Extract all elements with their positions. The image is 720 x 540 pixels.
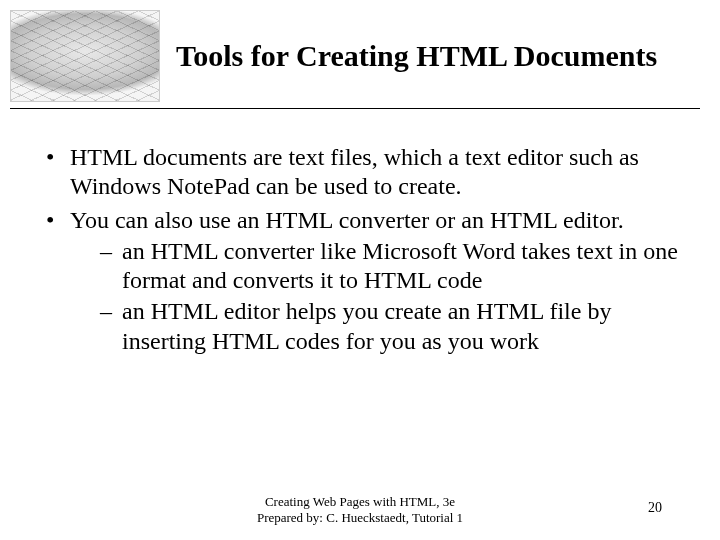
list-item: an HTML editor helps you create an HTML … <box>100 297 680 356</box>
list-item: HTML documents are text files, which a t… <box>46 143 680 202</box>
bullet-list-level1: HTML documents are text files, which a t… <box>46 143 680 356</box>
slide-footer: Creating Web Pages with HTML, 3e Prepare… <box>0 494 720 527</box>
bullet-text: an HTML converter like Microsoft Word ta… <box>122 238 678 293</box>
list-item: an HTML converter like Microsoft Word ta… <box>100 237 680 296</box>
footer-line-1: Creating Web Pages with HTML, 3e <box>0 494 720 510</box>
footer-center: Creating Web Pages with HTML, 3e Prepare… <box>0 494 720 527</box>
footer-line-2: Prepared by: C. Hueckstaedt, Tutorial 1 <box>0 510 720 526</box>
bullet-list-level2: an HTML converter like Microsoft Word ta… <box>70 237 680 356</box>
slide-title: Tools for Creating HTML Documents <box>160 10 657 74</box>
list-item: You can also use an HTML converter or an… <box>46 206 680 356</box>
slide-body: HTML documents are text files, which a t… <box>0 109 720 356</box>
logo-graphic <box>10 10 160 102</box>
bullet-text: You can also use an HTML converter or an… <box>70 207 624 233</box>
corner-badge: XP <box>683 16 698 31</box>
page-number: 20 <box>648 500 662 516</box>
slide-header: Tools for Creating HTML Documents <box>0 0 720 102</box>
bullet-text: HTML documents are text files, which a t… <box>70 144 639 199</box>
bullet-text: an HTML editor helps you create an HTML … <box>122 298 611 353</box>
